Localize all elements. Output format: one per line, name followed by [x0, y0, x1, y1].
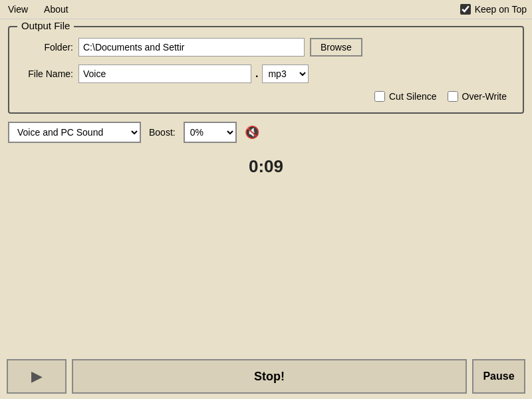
boost-label: Boost:	[149, 127, 176, 138]
checkboxes-row: Cut Silence Over-Write	[20, 91, 512, 102]
menu-about[interactable]: About	[41, 3, 71, 16]
keep-on-top-label: Keep on Top	[475, 4, 527, 15]
filename-input[interactable]	[78, 65, 251, 83]
overwrite-checkbox[interactable]	[448, 91, 458, 102]
filename-row: File Name: . mp3 wav ogg wma	[20, 65, 512, 83]
menu-view[interactable]: View	[5, 3, 31, 16]
folder-row: Folder: Browse	[20, 38, 512, 57]
speaker-icon: 🔇	[245, 125, 259, 140]
output-file-group: Output File Folder: Browse File Name: . …	[8, 26, 524, 114]
boost-select[interactable]: 0% 10% 20% 30% 50%	[184, 122, 237, 143]
main-content: Output File Folder: Browse File Name: . …	[0, 19, 532, 197]
filename-label: File Name:	[20, 68, 73, 79]
controls-row: Voice and PC Sound Microphone Only PC So…	[8, 122, 524, 143]
keep-on-top-container: Keep on Top	[460, 4, 527, 15]
cut-silence-checkbox[interactable]	[374, 91, 385, 102]
overwrite-item: Over-Write	[448, 91, 507, 102]
output-file-legend: Output File	[17, 20, 74, 31]
bottom-controls: ▶ Stop! Pause	[0, 354, 532, 399]
menubar-left: View About	[5, 3, 71, 16]
play-button[interactable]: ▶	[7, 359, 66, 394]
keep-on-top-checkbox[interactable]	[460, 4, 471, 15]
browse-button[interactable]: Browse	[310, 38, 362, 57]
folder-input[interactable]	[78, 38, 305, 57]
stop-button[interactable]: Stop!	[72, 359, 467, 394]
menubar: View About Keep on Top	[0, 0, 532, 19]
timer-display: 0:09	[8, 156, 524, 177]
source-select[interactable]: Voice and PC Sound Microphone Only PC So…	[8, 122, 141, 143]
overwrite-label: Over-Write	[462, 91, 507, 102]
folder-label: Folder:	[20, 42, 73, 53]
format-select[interactable]: mp3 wav ogg wma	[262, 65, 309, 83]
cut-silence-item: Cut Silence	[374, 91, 437, 102]
cut-silence-label: Cut Silence	[389, 91, 437, 102]
dot-separator: .	[255, 68, 258, 80]
pause-button[interactable]: Pause	[472, 359, 525, 394]
